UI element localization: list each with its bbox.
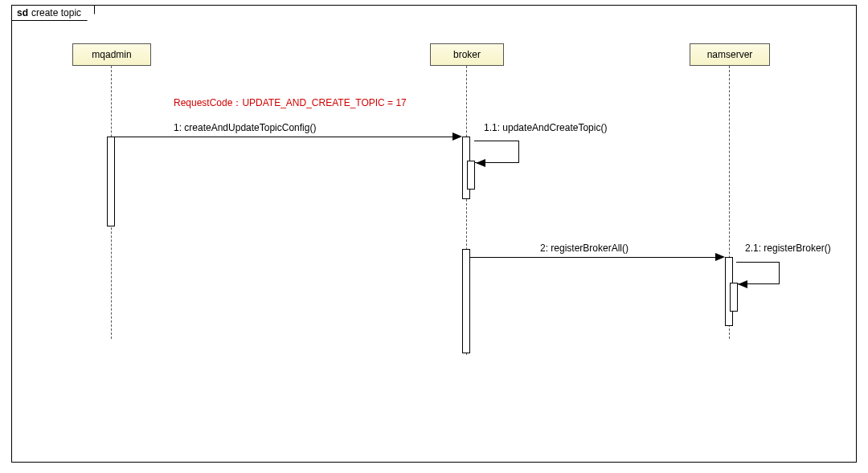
frame-title: create topic [31,7,81,18]
activation-namserver-2-1 [730,283,738,312]
participant-mqadmin: mqadmin [72,43,151,66]
activation-broker-2 [462,249,470,353]
participant-broker: broker [430,43,504,66]
arrow-head-icon [715,253,725,261]
message-2-1-label: 2.1: registerBroker() [745,243,831,254]
sequence-frame: sd create topic [11,5,857,463]
arrow-head-icon [476,159,485,167]
request-code-note: RequestCode：UPDATE_AND_CREATE_TOPIC = 17 [174,96,407,110]
participant-label: broker [453,49,481,60]
arrow-head-icon [738,280,747,288]
arrow-head-icon [452,133,462,141]
message-2-label: 2: registerBrokerAll() [540,243,628,254]
message-1-label: 1: createAndUpdateTopicConfig() [174,122,316,133]
frame-label: sd create topic [11,5,95,21]
message-1-1-label: 1.1: updateAndCreateTopic() [484,122,607,133]
participant-label: namserver [707,49,753,60]
participant-namserver: namserver [690,43,770,66]
message-1-arrow [115,137,454,137]
activation-mqadmin [107,137,115,226]
frame-prefix: sd [17,7,28,18]
message-2-arrow [470,257,717,258]
diagram-canvas: sd create topic mqadmin broker namserver… [0,0,868,473]
activation-broker-1-1 [467,161,475,190]
participant-label: mqadmin [92,49,131,60]
